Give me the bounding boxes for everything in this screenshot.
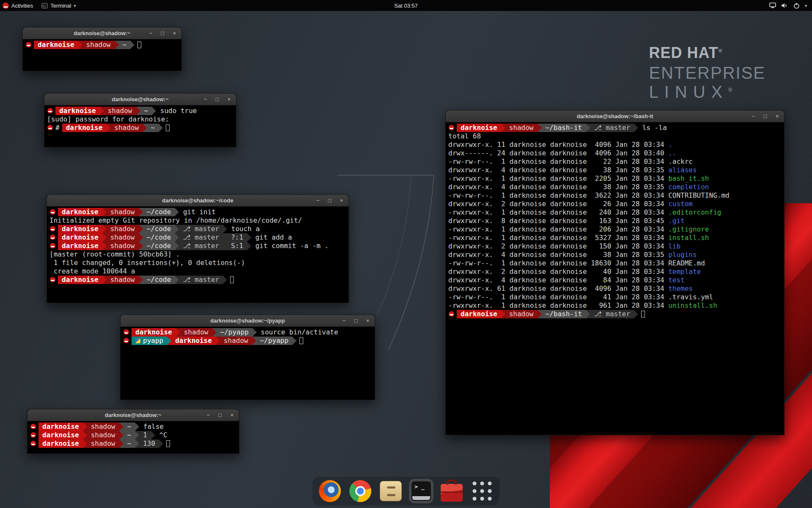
redhat-prompt-icon — [123, 329, 129, 335]
prompt-segment-stat: S:1 — [227, 242, 247, 250]
output-text: Initialized empty Git repository in /hom… — [49, 216, 302, 224]
app-menu-terminal[interactable]: >_ Terminal ▾ — [37, 0, 80, 11]
window-titlebar[interactable]: darknoise@shadow:~/pyapp − □ × — [121, 315, 375, 327]
window-titlebar[interactable]: darknoise@shadow:~/bash-it − □ × — [446, 110, 784, 122]
powerline-separator-icon — [106, 124, 110, 132]
firefox-icon[interactable] — [318, 479, 342, 503]
minimize-button[interactable]: − — [341, 318, 347, 324]
prompt-segment-user: darknoise — [171, 337, 216, 345]
powerline-separator-icon — [102, 225, 107, 233]
close-button[interactable]: × — [774, 113, 780, 119]
terminal-window-exitcodes: darknoise@shadow:~ − □ × darknoiseshadow… — [27, 409, 239, 454]
prompt-segment-path: ~ — [119, 41, 131, 49]
prompt-segment-host: shadow — [107, 225, 139, 233]
terminal-cursor — [166, 124, 170, 131]
ls-filename: install.sh — [668, 234, 709, 242]
ls-entry-text: -rw-rw-r--. 1 darknoise darknoise 3622 J… — [448, 191, 668, 199]
window-titlebar[interactable]: darknoise@shadow:~ − □ × — [27, 409, 239, 421]
terminal-content[interactable]: darknoiseshadow~ falsedarknoiseshadow~1 … — [27, 421, 239, 453]
redhat-brand-text: RED HAT® ENTERPRISE LINUX® — [649, 44, 765, 102]
powerline-separator-icon — [175, 208, 179, 216]
show-applications-icon[interactable] — [470, 479, 494, 503]
prompt-segment-user: darknoise — [58, 225, 102, 233]
ls-filename: bash_it.sh — [668, 174, 709, 182]
brand-line-enterprise: ENTERPRISE — [649, 64, 765, 83]
maximize-button[interactable]: □ — [160, 30, 165, 36]
close-button[interactable]: × — [365, 318, 370, 324]
window-titlebar[interactable]: darknoise@shadow:~/code − □ × — [47, 195, 348, 207]
prompt-segment-user: darknoise — [38, 422, 83, 431]
ls-filename: .gitignore — [668, 225, 709, 233]
powerline-separator-icon — [135, 422, 139, 431]
prompt-segment-git: ⎇ master — [179, 225, 223, 233]
display-icon — [769, 3, 776, 8]
desktop[interactable]: { "topbar": { "activities_label": "Activ… — [0, 0, 812, 508]
chrome-icon[interactable] — [348, 479, 373, 503]
close-button[interactable]: × — [172, 30, 177, 36]
prompt-segment-host: shadow — [107, 208, 139, 216]
powerline-separator-icon — [139, 242, 143, 250]
maximize-button[interactable]: □ — [763, 113, 768, 119]
volume-icon — [781, 3, 788, 8]
terminal-content[interactable]: darknoiseshadow~/bash-it⎇ master ls -lat… — [446, 122, 784, 435]
maximize-button[interactable]: □ — [214, 96, 220, 102]
prompt-segment-path: ~ — [123, 439, 135, 448]
ls-entry-text: drwxrwxr-x. 2 darknoise darknoise 150 Ja… — [448, 242, 668, 250]
terminal-line: 1 file changed, 0 insertions(+), 0 delet… — [49, 259, 346, 267]
maximize-button[interactable]: □ — [353, 318, 359, 324]
brand-line-linux: LINUX® — [649, 83, 765, 102]
terminal-line: darknoiseshadow~/code⎇ master — [49, 276, 346, 284]
ls-entry-text: -rwxrwxr-x. 1 darknoise darknoise 206 Ja… — [448, 225, 668, 233]
prompt-segment-host: shadow — [220, 337, 252, 345]
ls-filename: uninstall.sh — [668, 301, 717, 309]
files-icon[interactable] — [379, 479, 403, 503]
terminal-content[interactable]: darknoiseshadow~ sudo true[sudo] passwor… — [44, 105, 236, 147]
close-button[interactable]: × — [226, 96, 232, 102]
command-text: git init — [179, 208, 216, 216]
command-text: git commit -a -m . — [251, 242, 329, 250]
window-titlebar[interactable]: darknoise@shadow:~ − □ × — [44, 94, 236, 105]
powerline-separator-icon — [151, 431, 155, 439]
prompt-segment-user: darknoise — [132, 328, 176, 337]
terminal-line: darknoiseshadow~/bash-it⎇ master — [448, 310, 782, 318]
window-title: darknoise@shadow:~/pyapp — [210, 318, 285, 324]
minimize-button[interactable]: − — [206, 412, 211, 418]
ls-entry-text: drwx------. 24 darknoise darknoise 4096 … — [448, 149, 668, 157]
terminal-content[interactable]: darknoiseshadow~ — [23, 39, 181, 71]
ls-entry-text: -rwxrwxr-x. 1 darknoise darknoise 961 Ja… — [448, 301, 668, 309]
maximize-button[interactable]: □ — [327, 197, 332, 204]
powerline-separator-icon — [78, 41, 82, 49]
ls-filename: custom — [668, 200, 693, 208]
window-titlebar[interactable]: darknoise@shadow:~ − □ × — [23, 28, 181, 39]
redhat-prompt-icon — [50, 243, 55, 248]
terminal-icon[interactable] — [409, 479, 433, 503]
powerline-separator-icon — [501, 310, 505, 318]
maximize-button[interactable]: □ — [217, 412, 223, 418]
prompt-segment-path: ~/code — [143, 276, 175, 284]
toolbox-icon[interactable] — [439, 479, 464, 503]
prompt-segment-host: shadow — [180, 328, 212, 337]
minimize-button[interactable]: − — [751, 113, 756, 119]
window-title: darknoise@shadow:~ — [74, 30, 130, 36]
system-status-area[interactable]: ▾ — [769, 3, 812, 9]
terminal-line: [sudo] password for darknoise: — [47, 115, 233, 124]
minimize-button[interactable]: − — [203, 96, 208, 102]
minimize-button[interactable]: − — [148, 30, 154, 36]
close-button[interactable]: × — [229, 412, 235, 418]
terminal-content[interactable]: darknoiseshadow~/code git initInitialize… — [47, 207, 348, 303]
terminal-content[interactable]: darknoiseshadow~/pyapp source bin/activa… — [121, 327, 375, 400]
redhat-prompt-icon — [30, 424, 36, 429]
minimize-button[interactable]: − — [315, 197, 321, 204]
terminal-line: drwxrwxr-x. 2 darknoise darknoise 150 Ja… — [448, 242, 782, 251]
brand-line-redhat: RED HAT® — [649, 44, 765, 62]
clock[interactable]: Sat 03:57 — [394, 3, 418, 9]
powerline-separator-icon — [167, 337, 171, 345]
terminal-line: #darknoiseshadow~ — [47, 124, 233, 132]
ls-entry-text: drwxrwxr-x. 61 darknoise darknoise 4096 … — [448, 284, 668, 293]
terminal-line: [master (root-commit) 50bcb63] . — [49, 250, 346, 259]
close-button[interactable]: × — [339, 197, 344, 204]
python-icon — [135, 338, 140, 343]
prompt-segment-user: darknoise — [38, 431, 83, 439]
redhat-prompt-icon — [47, 108, 53, 113]
activities-button[interactable]: Activities — [0, 0, 37, 11]
